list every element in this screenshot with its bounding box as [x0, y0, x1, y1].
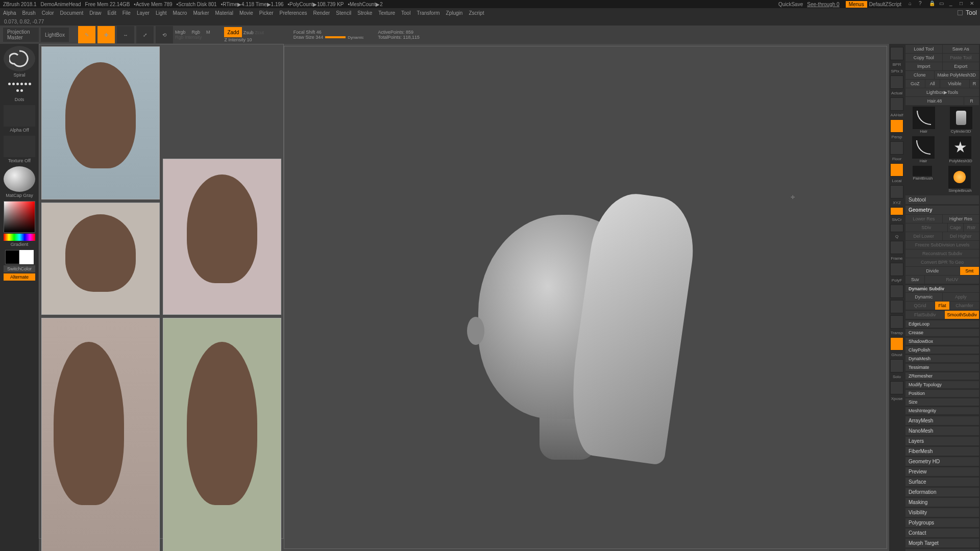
xyz-button[interactable] — [890, 185, 903, 198]
crease-section[interactable]: Crease — [905, 329, 979, 336]
help-icon[interactable]: ? — [919, 1, 926, 8]
size-section[interactable]: Size — [905, 398, 979, 406]
scale-mode-button[interactable]: ⤢ — [136, 26, 154, 43]
tool-palette-title[interactable]: Tool — [966, 9, 977, 16]
brush-thumbnail[interactable] — [4, 46, 35, 71]
hue-strip[interactable] — [4, 234, 35, 241]
rgb-intensity-slider[interactable]: Rgb Intensity — [175, 35, 210, 40]
flat-slider[interactable]: Flat — [935, 302, 949, 310]
drawsize-track[interactable] — [325, 36, 346, 38]
quicksave-button[interactable]: QuickSave — [778, 2, 803, 7]
secondary-color-swatch[interactable] — [5, 250, 19, 264]
zcut-button[interactable]: Zcut — [255, 30, 264, 35]
menu-picker[interactable]: Picker — [259, 10, 274, 16]
move-mode-button[interactable]: ↔ — [117, 26, 134, 43]
draw-mode-button[interactable]: ✚ — [97, 26, 115, 43]
cage-button[interactable]: Cage — [948, 223, 963, 232]
color-picker[interactable] — [4, 201, 35, 233]
gradient-label[interactable]: Gradient — [11, 242, 29, 247]
persp-button[interactable] — [890, 119, 903, 133]
menu-marker[interactable]: Marker — [193, 10, 209, 16]
arraymesh-section[interactable]: ArrayMesh — [905, 416, 979, 425]
viewport-3d[interactable]: ✛ — [284, 46, 887, 549]
convert-bpr-button[interactable]: Convert BPR To Geo — [905, 258, 979, 266]
menu-transform[interactable]: Transform — [416, 10, 439, 16]
suv-button[interactable]: Suv — [905, 276, 924, 284]
menus-button[interactable]: Menus — [846, 1, 867, 8]
minimize-icon[interactable]: _ — [949, 1, 957, 8]
reconstruct-button[interactable]: Reconstruct Subdiv — [905, 249, 979, 258]
reference-image[interactable] — [163, 318, 281, 551]
switch-color-button[interactable]: SwitchColor — [4, 265, 35, 272]
focal-shift-slider[interactable]: Focal Shift 46 — [293, 30, 364, 35]
layers-section[interactable]: Layers — [905, 437, 979, 445]
home-icon[interactable]: ⌂ — [909, 1, 916, 8]
morphtarget-section[interactable]: Morph Target — [905, 539, 979, 547]
tool-thumb-polymesh[interactable] — [949, 136, 971, 159]
goz-r-button[interactable]: R — [970, 80, 979, 88]
goz-visible-button[interactable]: Visible — [940, 80, 970, 88]
local-button[interactable] — [890, 163, 903, 177]
tool-thumb-hair[interactable] — [913, 107, 935, 129]
masking-section[interactable]: Masking — [905, 498, 979, 507]
reference-image[interactable] — [41, 318, 160, 551]
subtool-section[interactable]: Subtool — [905, 195, 979, 204]
paste-tool-button[interactable]: Paste Tool — [943, 54, 979, 62]
freeze-subdiv-button[interactable]: Freeze SubDivision Levels — [905, 241, 979, 249]
bpr-button[interactable] — [890, 47, 903, 60]
reuv-button[interactable]: ReUV — [925, 276, 979, 284]
tool-thumb-hair2[interactable] — [912, 136, 935, 159]
maximize-icon[interactable]: □ — [960, 1, 967, 8]
del-lower-button[interactable]: Del Lower — [905, 232, 942, 240]
modify-topology-section[interactable]: Modify Topology — [905, 381, 979, 388]
divide-button[interactable]: Divide — [905, 267, 960, 275]
menu-stroke[interactable]: Stroke — [357, 10, 372, 16]
make-polymesh-button[interactable]: Make PolyMesh3D — [935, 71, 979, 79]
current-tool-label[interactable]: Hair.48 — [905, 97, 964, 105]
contact-section[interactable]: Contact — [905, 529, 979, 537]
projection-master-button[interactable]: Projection Master — [3, 28, 39, 42]
lightbox-tools-button[interactable]: Lightbox▶Tools — [905, 88, 979, 96]
material-thumbnail[interactable] — [4, 166, 35, 192]
actual-button[interactable] — [890, 76, 903, 89]
floor-button[interactable] — [890, 141, 903, 155]
alternate-button[interactable]: Alternate — [4, 273, 35, 281]
menu-movie[interactable]: Movie — [239, 10, 253, 16]
texture-thumbnail[interactable] — [4, 136, 35, 157]
lightbox-button[interactable]: LightBox — [41, 28, 69, 42]
menu-zscript[interactable]: Zscript — [469, 10, 484, 16]
menu-macro[interactable]: Macro — [173, 10, 187, 16]
menu-texture[interactable]: Texture — [378, 10, 395, 16]
zadd-button[interactable]: Zadd — [224, 27, 242, 37]
menu-document[interactable]: Document — [60, 10, 84, 16]
menu-alpha[interactable]: Alpha — [3, 10, 16, 16]
stroke-thumbnail[interactable] — [4, 81, 35, 96]
menu-draw[interactable]: Draw — [89, 10, 101, 16]
zremesher-section[interactable]: ZRemesher — [905, 372, 979, 380]
menu-file[interactable]: File — [122, 10, 131, 16]
mrgb-button[interactable]: Mrgb — [175, 30, 186, 35]
menu-layer[interactable]: Layer — [137, 10, 150, 16]
reference-image[interactable] — [163, 159, 281, 315]
slvcr-button[interactable] — [890, 207, 903, 215]
close-icon[interactable]: ✕ — [970, 1, 977, 8]
position-section[interactable]: Position — [905, 390, 979, 397]
menu-light[interactable]: Light — [156, 10, 167, 16]
claypolish-section[interactable]: ClayPolish — [905, 346, 979, 354]
preview-section[interactable]: Preview — [905, 467, 979, 476]
seethrough-slider[interactable]: See-through 0 — [807, 2, 839, 7]
menu-edit[interactable]: Edit — [108, 10, 116, 16]
reference-image[interactable] — [41, 203, 160, 315]
visibility-section[interactable]: Visibility — [905, 508, 979, 517]
save-as-button[interactable]: Save As — [943, 45, 979, 53]
rstr-button[interactable]: Rstr — [964, 223, 979, 232]
draw-size-slider[interactable]: Draw Size 344 — [293, 35, 324, 40]
ghost-button[interactable] — [890, 337, 903, 350]
geometry-section[interactable]: Geometry — [905, 206, 979, 214]
tessimate-section[interactable]: Tessimate — [905, 364, 979, 371]
del-higher-button[interactable]: Del Higher — [943, 232, 979, 240]
sdiv-slider[interactable]: SDiv — [905, 223, 947, 232]
primary-color-swatch[interactable] — [19, 250, 34, 264]
dynamic-toggle[interactable]: Dynamic — [348, 35, 363, 40]
sculptris-button[interactable] — [890, 285, 903, 298]
